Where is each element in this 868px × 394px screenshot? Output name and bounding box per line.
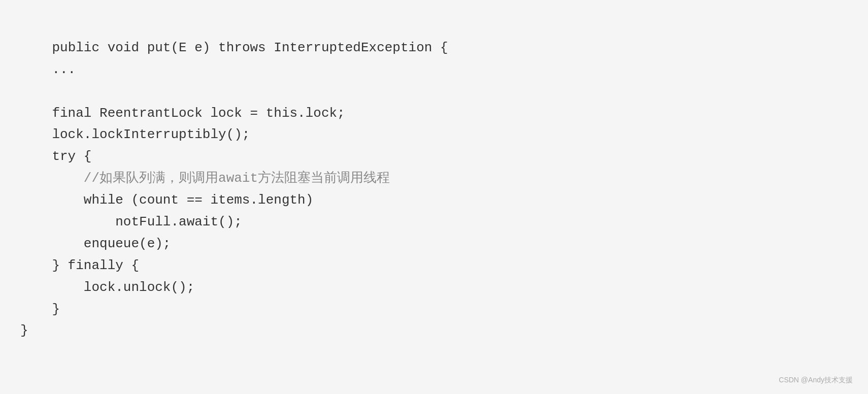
code-line-4: lock.lockInterruptibly();: [20, 127, 250, 142]
code-line-7: while (count == items.length): [20, 192, 313, 208]
code-line-11: lock.unlock();: [20, 280, 194, 295]
watermark: CSDN @Andy技术支援: [779, 376, 853, 385]
code-line-5: try {: [20, 149, 91, 164]
code-line-8: notFull.await();: [20, 214, 242, 229]
code-line-12: }: [20, 302, 60, 317]
code-line-13: }: [20, 323, 28, 338]
code-line-3: final ReentrantLock lock = this.lock;: [20, 106, 345, 121]
code-block: public void put(E e) throws InterruptedE…: [20, 15, 848, 364]
code-line-9: enqueue(e);: [20, 236, 171, 251]
code-line-10: } finally {: [20, 258, 139, 273]
code-container: public void put(E e) throws InterruptedE…: [0, 0, 868, 394]
code-line-6: //如果队列满，则调用await方法阻塞当前调用线程: [20, 171, 390, 186]
code-line-1: public void put(E e) throws InterruptedE…: [52, 40, 448, 55]
code-line-2: ...: [20, 62, 76, 77]
